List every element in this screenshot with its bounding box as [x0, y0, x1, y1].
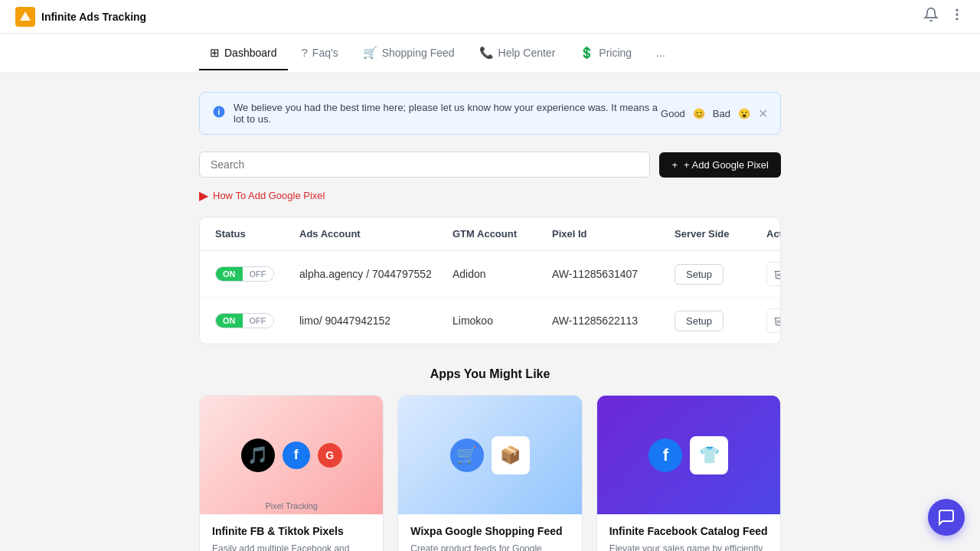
col-actions: Actions: [766, 228, 781, 240]
apps-section-title: Apps You Might Like: [199, 367, 781, 381]
notice-right: Good 😊 Bad 😮 ✕: [661, 106, 768, 121]
nav-tabs: ⊞ Dashboard ? Faq's 🛒 Shopping Feed 📞 He…: [0, 34, 980, 73]
bell-icon[interactable]: [923, 7, 939, 26]
topbar-right: [923, 7, 965, 26]
delete-button-2[interactable]: [766, 308, 781, 333]
pixels-table: Status Ads Account GTM Account Pixel Id …: [199, 217, 781, 344]
toggle-2[interactable]: ON OFF: [215, 313, 274, 328]
tab-shopping-feed[interactable]: 🛒 Shopping Feed: [352, 37, 466, 70]
app-card-image-1: 🛒 📦: [398, 396, 581, 514]
app-desc-1: Create product feeds for Google Shopping…: [410, 542, 569, 551]
col-ads-account: Ads Account: [299, 228, 452, 240]
notice-left: i We believe you had the best time here;…: [212, 102, 661, 125]
tab-faqs[interactable]: ? Faq's: [291, 37, 349, 70]
toggle-off-2[interactable]: OFF: [243, 314, 273, 328]
toggle-1[interactable]: ON OFF: [215, 266, 274, 282]
toggle-cell-2: ON OFF: [215, 313, 299, 328]
setup-button-2[interactable]: Setup: [675, 311, 724, 331]
app-name-0: Infinite FB & Tiktok Pixels: [212, 525, 371, 537]
dashboard-icon: ⊞: [210, 46, 220, 60]
good-emoji: 😊: [693, 108, 705, 119]
app-card-0[interactable]: 🎵 f G Pixel Tracking Infinite FB & Tikto…: [199, 395, 384, 551]
server-side-2: Setup: [675, 311, 766, 331]
app-desc-0: Easily add multiple Facebook and Tiktok …: [212, 542, 371, 551]
tab-help-center[interactable]: 📞 Help Center: [469, 37, 567, 70]
pixel-id-2: AW-11285622113: [552, 315, 675, 327]
app-card-2[interactable]: f 👕 Infinite Facebook Catalog Feed Eleva…: [596, 395, 781, 551]
svg-marker-0: [20, 11, 31, 21]
app-name-2: Infinite Facebook Catalog Feed: [609, 525, 768, 537]
more-icon[interactable]: [949, 7, 965, 26]
faqs-icon: ?: [302, 46, 308, 59]
tab-more[interactable]: ...: [645, 37, 676, 70]
bad-emoji: 😮: [738, 108, 750, 119]
plus-icon: +: [671, 159, 678, 171]
col-server-side: Server Side: [675, 228, 766, 240]
col-gtm-account: GTM Account: [452, 228, 552, 240]
app-logo: [15, 7, 35, 27]
table-row: ON OFF limo/ 90447942152 Limokoo AW-1128…: [200, 298, 780, 344]
notice-banner: i We believe you had the best time here;…: [199, 92, 781, 135]
topbar: Infinite Ads Tracking: [0, 0, 980, 34]
toggle-off-1[interactable]: OFF: [243, 267, 273, 281]
good-label: Good: [661, 108, 685, 119]
actions-1: [766, 262, 781, 286]
pricing-icon: 💲: [580, 46, 594, 60]
svg-text:i: i: [218, 107, 220, 116]
app-card-body-2: Infinite Facebook Catalog Feed Elevate y…: [597, 514, 780, 551]
gtm-account-1: Adidon: [452, 268, 552, 280]
gtm-account-2: Limokoo: [452, 315, 552, 327]
col-status: Status: [215, 228, 299, 240]
apps-grid: 🎵 f G Pixel Tracking Infinite FB & Tikto…: [199, 395, 781, 551]
toggle-on-2[interactable]: ON: [216, 314, 243, 328]
phone-icon: 📞: [479, 46, 494, 60]
info-icon: i: [212, 105, 226, 122]
chat-bubble[interactable]: [928, 499, 965, 536]
app-desc-2: Elevate your sales game by efficiently m…: [609, 542, 768, 551]
main-content: i We believe you had the best time here;…: [184, 73, 796, 551]
actions-2: [766, 308, 781, 333]
app-title: Infinite Ads Tracking: [41, 11, 146, 23]
app-card-body-0: Infinite FB & Tiktok Pixels Easily add m…: [200, 514, 383, 551]
svg-point-3: [956, 18, 958, 20]
toggle-on-1[interactable]: ON: [216, 267, 243, 281]
server-side-1: Setup: [675, 264, 766, 285]
tab-dashboard[interactable]: ⊞ Dashboard: [199, 37, 288, 70]
app-name-1: Wixpa Google Shopping Feed: [410, 525, 569, 537]
toggle-cell-1: ON OFF: [215, 266, 299, 282]
app-card-image-0: 🎵 f G Pixel Tracking: [200, 396, 383, 514]
pixel-id-1: AW-11285631407: [552, 268, 675, 280]
app-card-body-1: Wixpa Google Shopping Feed Create produc…: [398, 514, 581, 551]
how-to-link[interactable]: ▶ How To Add Google Pixel: [199, 188, 781, 203]
table-header: Status Ads Account GTM Account Pixel Id …: [200, 217, 780, 251]
add-pixel-button[interactable]: + + Add Google Pixel: [659, 152, 781, 178]
close-icon[interactable]: ✕: [758, 106, 768, 121]
svg-point-1: [956, 9, 958, 11]
app-card-1[interactable]: 🛒 📦 Wixpa Google Shopping Feed Create pr…: [397, 395, 582, 551]
ads-account-1: alpha.agency / 7044797552: [299, 268, 452, 280]
col-pixel-id: Pixel Id: [552, 228, 675, 240]
app-card-image-2: f 👕: [597, 396, 780, 514]
table-row: ON OFF alpha.agency / 7044797552 Adidon …: [200, 251, 780, 298]
delete-button-1[interactable]: [766, 262, 781, 286]
shopping-icon: 🛒: [363, 46, 377, 60]
search-input[interactable]: [199, 152, 650, 178]
ads-account-2: limo/ 90447942152: [299, 315, 452, 327]
svg-point-2: [956, 14, 958, 15]
topbar-left: Infinite Ads Tracking: [15, 7, 146, 27]
bad-label: Bad: [713, 108, 730, 119]
search-row: + + Add Google Pixel: [199, 152, 781, 178]
youtube-icon: ▶: [199, 188, 208, 203]
setup-button-1[interactable]: Setup: [675, 264, 724, 285]
tab-pricing[interactable]: 💲 Pricing: [569, 37, 642, 70]
notice-message: We believe you had the best time here; p…: [234, 102, 661, 125]
